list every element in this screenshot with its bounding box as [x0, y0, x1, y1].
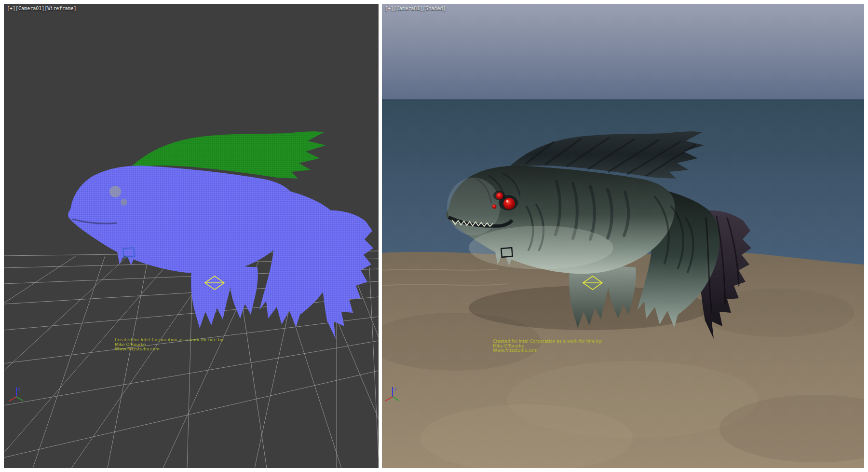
- fish-eye-highlight: [506, 200, 508, 202]
- watermark-text: Created for Intel Corporation as a work …: [115, 338, 224, 352]
- viewport-area: z [+][Camera01][Wireframe] Created for I…: [0, 0, 868, 472]
- viewport-shaded[interactable]: z [+][Camera01][Shaded] Created for Inte…: [382, 4, 864, 468]
- viewport-menu-button[interactable]: [+]: [385, 6, 393, 11]
- fish-eye-mid: [496, 193, 503, 200]
- viewport-label-right: [+][Camera01][Shaded]: [385, 6, 446, 11]
- fish-eye-large: [503, 198, 515, 209]
- axis-z-label: z: [394, 387, 396, 391]
- axis-z-label: z: [18, 387, 20, 391]
- fish-eye-small: [492, 205, 497, 209]
- viewport-menu-button[interactable]: [+]: [7, 6, 15, 11]
- viewport-label-left: [+][Camera01][Wireframe]: [7, 6, 77, 11]
- viewport-shading-menu[interactable]: [Shaded]: [422, 6, 446, 11]
- viewport-camera-menu[interactable]: [Camera01]: [15, 6, 44, 11]
- watermark-line3: Www.fritzstudio.com: [115, 347, 224, 352]
- watermark-text: Created for Intel Corporation as a work …: [493, 339, 602, 353]
- fish-model-wireframe[interactable]: [68, 131, 373, 339]
- watermark-line3: Www.fritzstudio.com: [493, 348, 602, 353]
- viewport-wireframe[interactable]: z [+][Camera01][Wireframe] Created for I…: [4, 4, 379, 468]
- viewport-camera-menu[interactable]: [Camera01]: [393, 6, 422, 11]
- viewport-shading-menu[interactable]: [Wireframe]: [44, 6, 76, 11]
- fish-eye-small: [121, 199, 127, 206]
- fish-eye-large: [109, 186, 121, 197]
- world-axis-tripod: z: [9, 387, 23, 401]
- sky-background: [382, 4, 864, 101]
